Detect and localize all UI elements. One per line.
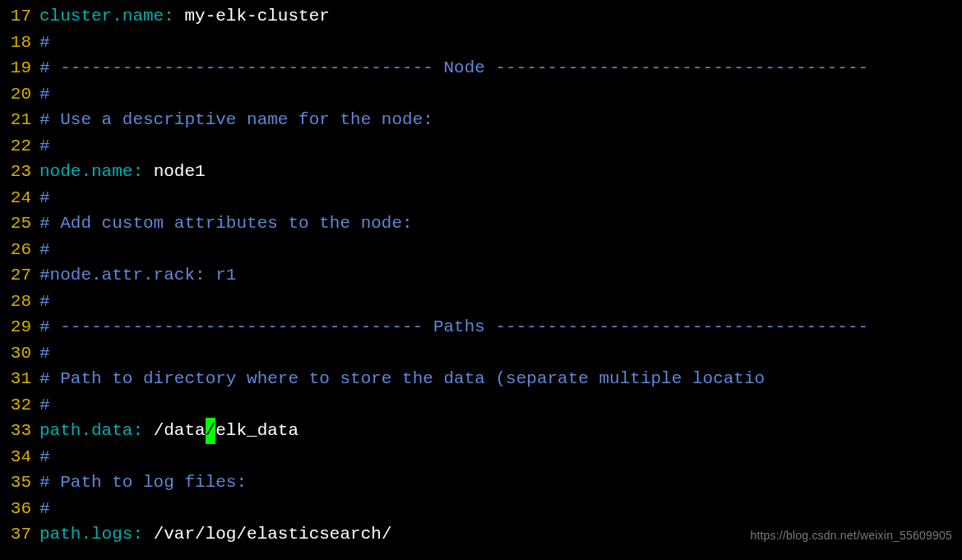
- code-segment-keyword: path.data:: [39, 418, 143, 444]
- line-number: 32: [0, 392, 31, 419]
- line-number: 19: [0, 55, 31, 81]
- code-segment-value: /data: [143, 418, 206, 444]
- line-number: 27: [0, 262, 31, 289]
- code-segment-keyword: path.logs:: [39, 521, 143, 548]
- line-number: 26: [0, 237, 31, 263]
- code-line[interactable]: 28#: [0, 289, 962, 315]
- code-segment-comment: #: [39, 30, 50, 56]
- code-segment-comment: #: [39, 392, 50, 419]
- line-content[interactable]: #: [39, 392, 50, 419]
- code-line[interactable]: 25# Add custom attributes to the node:: [0, 211, 962, 237]
- code-segment-comment: # Add custom attributes to the node:: [39, 211, 413, 237]
- code-segment-comment: #: [39, 444, 50, 470]
- code-segment-comment: #: [39, 289, 50, 315]
- line-content[interactable]: node.name: node1: [39, 159, 206, 185]
- code-segment-cursor: /: [206, 418, 216, 444]
- code-segment-value: node1: [143, 159, 206, 185]
- line-content[interactable]: #: [39, 30, 50, 56]
- line-content[interactable]: #: [39, 185, 50, 211]
- line-content[interactable]: cluster.name: my-elk-cluster: [39, 3, 330, 30]
- line-number: 37: [0, 521, 31, 548]
- code-line[interactable]: 27#node.attr.rack: r1: [0, 262, 962, 289]
- line-content[interactable]: # Use a descriptive name for the node:: [39, 107, 433, 133]
- line-number: 29: [0, 314, 31, 340]
- code-editor[interactable]: 17cluster.name: my-elk-cluster18#19# ---…: [0, 0, 962, 548]
- code-segment-keyword: cluster.name:: [39, 3, 174, 30]
- line-content[interactable]: #: [39, 340, 50, 367]
- line-number: 22: [0, 133, 31, 160]
- line-content[interactable]: # Path to directory where to store the d…: [39, 366, 765, 392]
- line-content[interactable]: #: [39, 133, 50, 160]
- line-number: 21: [0, 107, 31, 133]
- code-line[interactable]: 33path.data: /data/elk_data: [0, 418, 962, 444]
- code-line[interactable]: 19# ------------------------------------…: [0, 55, 962, 81]
- watermark: https://blog.csdn.net/weixin_55609905: [750, 523, 952, 549]
- code-segment-comment: # ----------------------------------- Pa…: [39, 314, 868, 340]
- line-content[interactable]: path.data: /data/elk_data: [39, 418, 298, 444]
- code-line[interactable]: 23node.name: node1: [0, 159, 962, 185]
- line-number: 33: [0, 418, 31, 444]
- line-number: 35: [0, 470, 31, 496]
- code-segment-comment: #: [39, 133, 50, 160]
- line-content[interactable]: #: [39, 81, 50, 108]
- line-content[interactable]: #: [39, 289, 50, 315]
- line-content[interactable]: # Add custom attributes to the node:: [39, 211, 413, 237]
- line-content[interactable]: #node.attr.rack: r1: [39, 262, 236, 289]
- code-segment-comment: # Use a descriptive name for the node:: [39, 107, 433, 133]
- code-line[interactable]: 30#: [0, 340, 962, 367]
- code-segment-value: /var/log/elasticsearch/: [143, 521, 391, 548]
- line-number: 24: [0, 185, 31, 211]
- code-line[interactable]: 35# Path to log files:: [0, 470, 962, 496]
- code-line[interactable]: 26#: [0, 237, 962, 263]
- line-content[interactable]: # ----------------------------------- Pa…: [39, 314, 868, 340]
- code-segment-comment: # ------------------------------------ N…: [39, 55, 868, 81]
- code-line[interactable]: 31# Path to directory where to store the…: [0, 366, 962, 392]
- code-line[interactable]: 24#: [0, 185, 962, 211]
- code-line[interactable]: 34#: [0, 444, 962, 470]
- line-content[interactable]: # ------------------------------------ N…: [39, 55, 868, 81]
- line-number: 30: [0, 340, 31, 367]
- code-line[interactable]: 22#: [0, 133, 962, 160]
- code-line[interactable]: 32#: [0, 392, 962, 419]
- code-segment-value: elk_data: [215, 418, 298, 444]
- code-segment-keyword: node.name:: [39, 159, 143, 185]
- line-number: 17: [0, 3, 31, 30]
- code-line[interactable]: 18#: [0, 30, 962, 56]
- code-segment-comment: #: [39, 81, 50, 108]
- code-segment-value: my-elk-cluster: [174, 3, 330, 30]
- line-number: 18: [0, 30, 31, 56]
- line-content[interactable]: # Path to log files:: [39, 470, 247, 496]
- line-number: 23: [0, 159, 31, 185]
- line-content[interactable]: #: [39, 237, 50, 263]
- line-content[interactable]: path.logs: /var/log/elasticsearch/: [39, 521, 391, 548]
- line-content[interactable]: #: [39, 444, 50, 470]
- code-line[interactable]: 36#: [0, 496, 962, 522]
- code-segment-comment: #: [39, 185, 50, 211]
- code-segment-comment: #node.attr.rack: r1: [39, 262, 236, 289]
- code-segment-comment: # Path to log files:: [39, 470, 247, 496]
- code-line[interactable]: 21# Use a descriptive name for the node:: [0, 107, 962, 133]
- code-line[interactable]: 17cluster.name: my-elk-cluster: [0, 3, 962, 30]
- code-segment-comment: # Path to directory where to store the d…: [39, 366, 765, 392]
- code-line[interactable]: 20#: [0, 81, 962, 108]
- line-number: 28: [0, 289, 31, 315]
- line-number: 31: [0, 366, 31, 392]
- code-line[interactable]: 29# ----------------------------------- …: [0, 314, 962, 340]
- line-number: 20: [0, 81, 31, 108]
- line-content[interactable]: #: [39, 496, 50, 522]
- line-number: 34: [0, 444, 31, 470]
- line-number: 36: [0, 496, 31, 522]
- line-number: 25: [0, 211, 31, 237]
- code-segment-comment: #: [39, 340, 50, 367]
- code-segment-comment: #: [39, 496, 50, 522]
- code-segment-comment: #: [39, 237, 50, 263]
